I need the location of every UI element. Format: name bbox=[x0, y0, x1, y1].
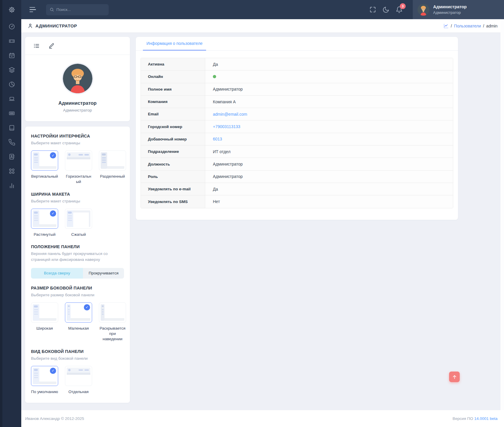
info-row-value: Компания А bbox=[205, 96, 453, 108]
profile-card: Администратор Администратор bbox=[25, 37, 130, 121]
dark-mode-moon-icon[interactable] bbox=[382, 6, 389, 13]
info-row: Полное имя Администратор bbox=[141, 83, 453, 96]
layout-option-vertical[interactable]: ✓ Вертикальный bbox=[31, 150, 58, 184]
info-row-value: Администратор bbox=[205, 83, 453, 95]
search-input[interactable] bbox=[56, 7, 105, 12]
fullscreen-icon[interactable] bbox=[369, 6, 376, 13]
phone-icon[interactable] bbox=[8, 139, 15, 146]
info-row-value: ИТ отдел bbox=[205, 145, 453, 158]
sidebar-size-option-wide[interactable]: ✓ Широкая bbox=[31, 302, 58, 342]
info-row: Активна Да bbox=[141, 58, 453, 71]
user-info-table: Активна Да Онлайн Полное имя Администрат… bbox=[141, 58, 453, 208]
layout-thumbnail: ✓ bbox=[31, 150, 58, 171]
hamburger-menu-button[interactable] bbox=[30, 7, 36, 12]
layout-thumbnail: ✓ bbox=[99, 150, 126, 171]
info-row: Добавочный номер 6013 bbox=[141, 133, 453, 145]
info-row-label: Уведомлять по e-mail bbox=[141, 183, 205, 195]
info-row-value: Да bbox=[205, 58, 453, 70]
layout-thumbnail: ✓ bbox=[31, 366, 58, 386]
selected-check-icon: ✓ bbox=[84, 304, 90, 310]
user-role: Администратор bbox=[433, 10, 467, 15]
settings-gear-icon[interactable] bbox=[8, 6, 16, 14]
info-row-value[interactable]: +79003113133 bbox=[205, 120, 453, 132]
selected-check-icon: ✓ bbox=[50, 368, 56, 374]
section-panel-position: ПОЛОЖЕНИЕ ПАНЕЛИ Верхняя панель будет пр… bbox=[31, 244, 124, 279]
footer-version-link[interactable]: 14.0001 beta bbox=[474, 416, 498, 421]
book-icon[interactable] bbox=[8, 124, 15, 131]
info-row-label: Онлайн bbox=[141, 71, 205, 83]
calendar-icon[interactable] bbox=[8, 52, 15, 59]
section-sidebar-size: РАЗМЕР БОКОВОЙ ПАНЕЛИ Выберите размер бо… bbox=[31, 286, 124, 342]
info-row-value bbox=[205, 71, 453, 83]
contacts-book-icon[interactable] bbox=[8, 153, 15, 160]
edit-pencil-icon[interactable] bbox=[48, 43, 55, 49]
breadcrumb-current: admin bbox=[486, 24, 498, 28]
width-option-boxed[interactable]: ✓ Сжатый bbox=[65, 209, 92, 237]
info-row-label: Полное имя bbox=[141, 83, 205, 95]
page-header: АДМИНИСТРАТОР / Пользователи / admin bbox=[21, 19, 504, 33]
section-interface-settings: НАСТРОЙКИ ИНТЕРФЕЙСА Выберите макет стра… bbox=[31, 134, 124, 185]
info-row-label: Роль bbox=[141, 171, 205, 183]
search-icon bbox=[50, 7, 54, 12]
notifications-badge: 3 bbox=[400, 3, 406, 9]
page-title: АДМИНИСТРАТОР bbox=[27, 23, 77, 29]
main-content: Администратор Администратор НАСТРОЙКИ ИН… bbox=[21, 33, 504, 410]
info-row: Должность Администратор bbox=[141, 158, 453, 170]
sidebar-type-option-default[interactable]: ✓ По умолчанию bbox=[31, 366, 58, 395]
list-icon[interactable] bbox=[33, 43, 40, 49]
user-avatar bbox=[417, 4, 429, 16]
breadcrumb-separator: / bbox=[483, 24, 484, 28]
dashboard-speedometer-icon[interactable] bbox=[8, 23, 15, 30]
toggle-option-scroll[interactable]: Прокручивается bbox=[83, 268, 124, 279]
ticket-icon[interactable] bbox=[8, 37, 15, 45]
user-person-icon bbox=[27, 23, 33, 29]
info-row: Компания Компания А bbox=[141, 96, 453, 108]
bar-chart-icon[interactable] bbox=[8, 182, 15, 189]
breadcrumb: / Пользователи / admin bbox=[443, 23, 498, 29]
user-menu[interactable]: Администратор Администратор bbox=[413, 0, 504, 19]
info-row-label: Городской номер bbox=[141, 120, 205, 132]
layers-icon[interactable] bbox=[8, 66, 15, 73]
tab-user-info[interactable]: Информация о пользователе bbox=[143, 37, 206, 50]
user-name: Администратор bbox=[433, 4, 467, 9]
sidebar-size-option-hover[interactable]: ✓ Раскрывается при наведении bbox=[99, 302, 126, 342]
info-row: Подразделение ИТ отдел bbox=[141, 145, 453, 158]
toggle-option-fixed[interactable]: Всегда сверху bbox=[31, 268, 83, 279]
breadcrumb-separator: / bbox=[451, 24, 452, 28]
layout-option-split[interactable]: ✓ Разделенный bbox=[99, 150, 126, 184]
info-row-label: Активна bbox=[141, 58, 205, 70]
window-edge-strip bbox=[0, 0, 2, 427]
layout-thumbnail: ✓ bbox=[31, 209, 58, 229]
info-row-value[interactable]: 6013 bbox=[205, 133, 453, 145]
layout-option-horizontal[interactable]: ✓ Горизонтальный bbox=[65, 150, 92, 184]
info-row-value: Нет bbox=[205, 195, 453, 208]
layout-thumbnail: ✓ bbox=[65, 150, 92, 171]
sidebar-type-option-separate[interactable]: ✓ Отдельная bbox=[65, 366, 92, 395]
info-row: Городской номер +79003113133 bbox=[141, 120, 453, 133]
notifications-bell-icon[interactable]: 3 bbox=[396, 6, 403, 13]
breadcrumb-chart-icon[interactable] bbox=[443, 23, 449, 29]
apps-grid-icon[interactable] bbox=[8, 168, 15, 175]
info-row-label: Уведомлять по SMS bbox=[141, 195, 205, 208]
info-row-value[interactable]: admin@email.com bbox=[205, 108, 453, 120]
laptop-icon[interactable] bbox=[8, 95, 15, 102]
info-row-label: Компания bbox=[141, 96, 205, 108]
info-row-label: Должность bbox=[141, 158, 205, 170]
info-row: Email admin@email.com bbox=[141, 108, 453, 120]
user-info-card: Информация о пользователе Активна Да Онл… bbox=[136, 37, 458, 220]
info-row-value: Администратор bbox=[205, 158, 453, 170]
layout-thumbnail: ✓ bbox=[65, 209, 92, 229]
barcode-icon[interactable] bbox=[8, 110, 15, 117]
page-scrollbar[interactable] bbox=[500, 19, 504, 410]
layout-thumbnail: ✓ bbox=[65, 366, 92, 386]
pie-chart-icon[interactable] bbox=[8, 81, 15, 88]
search-box bbox=[46, 4, 109, 15]
scroll-to-top-button[interactable] bbox=[449, 372, 460, 382]
sidebar-size-option-small[interactable]: ✓ Маленькая bbox=[65, 302, 92, 342]
info-row: Уведомлять по e-mail Да bbox=[141, 183, 453, 195]
width-option-full[interactable]: ✓ Растянутый bbox=[31, 209, 58, 237]
profile-role: Администратор bbox=[25, 108, 130, 112]
footer-copyright: Иванов Александр © 2012-2025 bbox=[25, 416, 84, 421]
breadcrumb-link-users[interactable]: Пользователи bbox=[454, 24, 481, 28]
interface-settings-card: НАСТРОЙКИ ИНТЕРФЕЙСА Выберите макет стра… bbox=[25, 127, 130, 403]
